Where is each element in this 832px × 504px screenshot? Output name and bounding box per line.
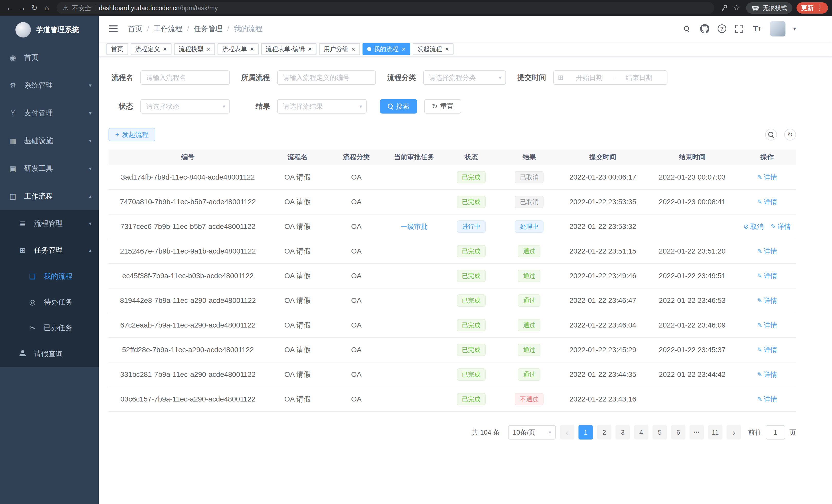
detail-link[interactable]: ✎详情 [757, 345, 777, 355]
address-bar[interactable]: ⚠ 不安全 dashboard.yudao.iocoder.cn/bpm/tas… [57, 2, 714, 14]
submit-time-range-picker[interactable]: ⊞ 开始日期 - 结束日期 [553, 71, 668, 85]
close-icon[interactable]: × [308, 46, 312, 52]
sidebar-item-payment-mgmt[interactable]: ¥ 支付管理 ▾ [0, 99, 99, 127]
tag[interactable]: 我的流程 × [363, 43, 410, 55]
cell-process-id: ec45f38f-7b9a-11ec-b03b-acde48001122 [108, 263, 267, 288]
reload-icon[interactable]: ↻ [29, 2, 40, 13]
cell-category: OA [328, 190, 385, 214]
tag[interactable]: 流程表单 × [217, 43, 258, 55]
refresh-button[interactable]: ↻ [784, 129, 796, 141]
sidebar-item-home[interactable]: ◉ 首页 [0, 44, 99, 72]
close-icon[interactable]: × [206, 46, 210, 52]
detail-link[interactable]: ✎详情 [771, 222, 791, 231]
update-button[interactable]: 更新 ⋮ [797, 2, 828, 13]
sidebar-item-done-tasks[interactable]: ✂ 已办任务 [0, 315, 99, 341]
github-icon[interactable] [700, 24, 710, 34]
detail-link[interactable]: ✎详情 [757, 272, 777, 281]
cell-process-id: 819442e8-7b9a-11ec-a290-acde48001122 [108, 288, 267, 313]
page-button[interactable]: 1 [578, 425, 593, 440]
goto-page-input[interactable] [766, 425, 785, 440]
cancel-link[interactable]: ⊘取消 [744, 222, 763, 231]
tag[interactable]: 流程表单-编辑 × [261, 43, 316, 55]
calendar-icon: ⊞ [558, 74, 564, 82]
logo[interactable]: 芋道管理系统 [0, 16, 99, 44]
search-button[interactable]: 搜索 [380, 99, 417, 114]
sidebar-item-process-mgmt[interactable]: ≣ 流程管理 ▾ [0, 210, 99, 237]
font-size-icon[interactable]: TT [752, 24, 762, 34]
close-icon[interactable]: × [352, 46, 355, 52]
breadcrumb-item-home[interactable]: 首页 [128, 24, 142, 34]
result-select[interactable]: 请选择流结果 ▾ [277, 99, 367, 114]
sidebar-item-my-process[interactable]: ❏ 我的流程 [0, 263, 99, 289]
detail-link[interactable]: ✎详情 [757, 395, 777, 404]
create-process-button[interactable]: + 发起流程 [108, 128, 155, 141]
detail-link[interactable]: ✎详情 [757, 321, 777, 330]
cell-process-name: OA 请假 [267, 165, 328, 190]
category-select[interactable]: 请选择流程分类 ▾ [423, 71, 506, 85]
dashboard-icon: ◉ [9, 53, 17, 62]
page-button[interactable]: 5 [653, 425, 667, 440]
devtools-icon: ▣ [9, 164, 17, 173]
last-page-button[interactable]: 11 [708, 425, 723, 440]
status-select[interactable]: 请选择状态 ▾ [140, 99, 230, 114]
cell-end-time: 2022-01-22 23:44:42 [646, 362, 738, 387]
tag[interactable]: 首页 [106, 43, 128, 55]
toggle-search-button[interactable] [765, 129, 777, 141]
close-icon[interactable]: × [250, 46, 254, 52]
close-icon[interactable]: × [445, 46, 449, 52]
page-button[interactable]: 6 [671, 425, 685, 440]
avatar[interactable] [770, 21, 785, 36]
sidebar-item-dev-tools[interactable]: ▣ 研发工具 ▾ [0, 155, 99, 183]
hamburger-icon[interactable] [106, 25, 121, 33]
sidebar-item-system-mgmt[interactable]: ⚙ 系统管理 ▾ [0, 72, 99, 99]
sidebar-item-todo-tasks[interactable]: ◎ 待办任务 [0, 289, 99, 315]
forward-icon[interactable]: → [17, 2, 28, 13]
back-icon[interactable]: ← [4, 2, 16, 13]
breadcrumb-item-workflow[interactable]: 工作流程 [154, 24, 183, 34]
detail-link[interactable]: ✎详情 [757, 247, 777, 256]
reset-button[interactable]: ↻ 重置 [424, 99, 461, 114]
bookmark-star-icon[interactable]: ☆ [731, 2, 742, 13]
tag[interactable]: 发起流程 × [413, 43, 453, 55]
sidebar-item-leave-query[interactable]: 请假查询 [0, 341, 99, 367]
tag[interactable]: 流程定义 × [131, 43, 172, 55]
cancel-label: 取消 [750, 222, 763, 231]
page-button[interactable]: 4 [634, 425, 648, 440]
detail-link[interactable]: ✎详情 [757, 370, 777, 379]
date-range-separator: - [613, 74, 616, 82]
chevron-down-icon: ▾ [89, 138, 92, 144]
chevron-down-icon: ▾ [89, 82, 92, 88]
detail-link[interactable]: ✎详情 [757, 296, 777, 305]
prev-page-button[interactable]: ‹ [560, 425, 574, 440]
next-page-button[interactable]: › [727, 425, 741, 440]
sidebar-item-task-mgmt[interactable]: ⊞ 任务管理 ▴ [0, 237, 99, 263]
edit-icon: ✎ [757, 396, 762, 403]
key-icon[interactable] [718, 2, 730, 13]
close-icon[interactable]: × [401, 46, 406, 52]
breadcrumb-item-task-mgmt[interactable]: 任务管理 [194, 24, 223, 34]
close-icon[interactable]: × [163, 46, 167, 52]
page-button[interactable]: 2 [597, 425, 612, 440]
edit-icon: ✎ [757, 321, 762, 329]
detail-link[interactable]: ✎详情 [757, 173, 777, 182]
sidebar-item-workflow[interactable]: ◫ 工作流程 ▴ [0, 183, 99, 210]
sidebar-item-infrastructure[interactable]: ▦ 基础设施 ▾ [0, 127, 99, 155]
column-header-actions: 操作 [738, 149, 796, 165]
page-button[interactable]: 3 [616, 425, 630, 440]
more-pages-button[interactable]: ••• [690, 425, 704, 440]
result-tag: 通过 [518, 319, 541, 331]
current-task-link[interactable]: 一级审批 [401, 222, 427, 231]
fullscreen-icon[interactable] [734, 24, 744, 34]
detail-link[interactable]: ✎详情 [757, 198, 777, 206]
page-size-select[interactable]: 10条/页 ▾ [508, 425, 556, 440]
help-icon[interactable]: ? [718, 24, 726, 33]
browser-home-icon[interactable]: ⌂ [41, 2, 52, 13]
tag[interactable]: 用户分组 × [319, 43, 360, 55]
cell-end-time [646, 387, 738, 412]
search-icon[interactable] [682, 24, 692, 34]
chevron-down-icon: ▾ [89, 220, 92, 227]
cell-submit-time: 2022-01-22 23:46:04 [560, 313, 646, 338]
process-name-input[interactable] [140, 71, 230, 85]
tag[interactable]: 流程模型 × [174, 43, 215, 55]
process-definition-input[interactable] [277, 71, 376, 85]
